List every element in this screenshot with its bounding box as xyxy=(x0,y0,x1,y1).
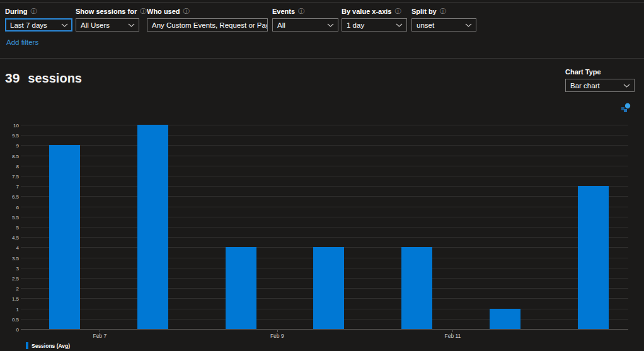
legend-swatch-icon xyxy=(26,342,28,349)
y-tick-label: 6 xyxy=(0,205,19,210)
chevron-down-icon xyxy=(396,23,403,27)
gridline xyxy=(21,196,628,197)
sessions-count: 39 xyxy=(5,71,20,86)
gridline xyxy=(21,207,628,207)
plot-area xyxy=(21,125,628,330)
dropdown-value: All Users xyxy=(81,21,110,29)
gridline xyxy=(21,237,628,238)
y-tick-label: 1 xyxy=(0,307,19,313)
gridline xyxy=(21,145,628,146)
chevron-down-icon xyxy=(61,23,68,27)
filter-label: By value x-axis xyxy=(342,8,392,15)
y-tick-label: 9.5 xyxy=(0,133,19,139)
x-tick-label: Feb 9 xyxy=(270,333,284,339)
by-value-x-axis-dropdown[interactable]: 1 day xyxy=(342,18,407,32)
events-dropdown[interactable]: All xyxy=(272,18,338,32)
chart-type-label: Chart Type xyxy=(565,68,601,76)
dropdown-value: Any Custom Events, Request or Page View xyxy=(152,21,268,29)
x-tick-label: Feb 7 xyxy=(93,333,106,339)
sessions-count-label: sessions xyxy=(28,71,82,86)
x-tick-label: Feb 11 xyxy=(444,333,461,339)
info-icon[interactable]: ⓘ xyxy=(140,8,146,14)
gridline xyxy=(21,125,628,125)
y-tick-label: 7.5 xyxy=(0,174,19,180)
x-tick xyxy=(100,330,100,332)
bar[interactable] xyxy=(401,247,432,329)
bar[interactable] xyxy=(226,247,256,329)
legend-label: Sessions (Avg) xyxy=(32,343,70,349)
show-sessions-for-dropdown[interactable]: All Users xyxy=(76,18,139,32)
chevron-down-icon xyxy=(327,23,334,27)
filter-during: During ⓘ Last 7 days xyxy=(5,8,72,32)
y-tick-label: 2 xyxy=(0,286,19,292)
y-tick-label: 7 xyxy=(0,184,19,190)
y-tick-label: 0.5 xyxy=(0,317,19,323)
top-divider xyxy=(0,2,644,3)
y-tick-label: 4.5 xyxy=(0,235,19,241)
bar[interactable] xyxy=(578,186,609,329)
info-icon[interactable]: ⓘ xyxy=(298,8,304,14)
filter-by-value-x-axis: By value x-axis ⓘ 1 day xyxy=(342,8,407,32)
bar[interactable] xyxy=(313,247,344,329)
filter-label: Events xyxy=(272,8,295,15)
chevron-down-icon xyxy=(623,84,630,88)
scatter-plot-icon[interactable] xyxy=(619,102,633,115)
info-icon[interactable]: ⓘ xyxy=(30,8,37,14)
info-icon[interactable]: ⓘ xyxy=(440,8,446,14)
x-tick xyxy=(452,330,453,332)
y-tick-label: 10 xyxy=(0,123,19,129)
who-used-dropdown[interactable]: Any Custom Events, Request or Page View xyxy=(147,18,268,32)
y-axis-labels: 00.511.522.533.544.555.566.577.588.599.5… xyxy=(0,125,19,330)
usage-sessions-page: During ⓘ Last 7 days Show sessions for ⓘ… xyxy=(0,0,644,351)
chart-legend: Sessions (Avg) xyxy=(26,342,70,349)
page-title: 39 sessions xyxy=(5,71,82,86)
y-tick-label: 9 xyxy=(0,143,19,149)
dropdown-value: 1 day xyxy=(347,21,364,29)
y-tick-label: 5.5 xyxy=(0,215,19,221)
gridline xyxy=(21,217,628,217)
filter-split-by: Split by ⓘ unset xyxy=(411,8,476,32)
dropdown-value: All xyxy=(277,21,285,29)
y-tick-label: 8.5 xyxy=(0,154,19,159)
y-tick-label: 0 xyxy=(0,327,19,333)
add-filters-link[interactable]: Add filters xyxy=(6,38,38,46)
gridline xyxy=(21,156,628,156)
y-tick-label: 6.5 xyxy=(0,194,19,200)
filter-show-sessions-for: Show sessions for ⓘ All Users xyxy=(76,8,146,32)
bar[interactable] xyxy=(49,145,80,329)
chevron-down-icon xyxy=(128,23,135,27)
gridline xyxy=(21,176,628,176)
dropdown-value: unset xyxy=(417,21,434,29)
info-icon[interactable]: ⓘ xyxy=(395,8,401,14)
filter-label: During xyxy=(5,8,27,15)
bar[interactable] xyxy=(490,309,520,329)
sessions-bar-chart: 00.511.522.533.544.555.566.577.588.599.5… xyxy=(0,120,644,340)
x-tick xyxy=(277,330,278,332)
filter-label: Split by xyxy=(411,8,437,15)
bar[interactable] xyxy=(137,125,168,329)
filter-label: Show sessions for xyxy=(76,8,137,15)
gridline xyxy=(21,166,628,166)
dropdown-value: Bar chart xyxy=(570,82,600,89)
filter-events: Events ⓘ All xyxy=(272,8,338,32)
y-tick-label: 2.5 xyxy=(0,276,19,282)
split-by-dropdown[interactable]: unset xyxy=(411,18,476,32)
y-tick-label: 1.5 xyxy=(0,296,19,302)
y-tick-label: 4 xyxy=(0,245,19,251)
chart-type-dropdown[interactable]: Bar chart xyxy=(565,79,635,92)
during-dropdown[interactable]: Last 7 days xyxy=(5,18,72,32)
chart-type-group: Chart Type Bar chart xyxy=(565,68,635,92)
filter-label: Who used xyxy=(147,8,180,15)
dropdown-value: Last 7 days xyxy=(10,21,47,29)
y-tick-label: 5 xyxy=(0,225,19,231)
y-tick-label: 8 xyxy=(0,164,19,170)
gridline xyxy=(21,135,628,135)
chevron-down-icon xyxy=(465,23,472,27)
filter-who-used: Who used ⓘ Any Custom Events, Request or… xyxy=(147,8,268,32)
gridline xyxy=(21,227,628,227)
info-icon[interactable]: ⓘ xyxy=(183,8,190,14)
gridline xyxy=(21,186,628,187)
y-tick-label: 3.5 xyxy=(0,256,19,262)
section-divider xyxy=(0,58,644,59)
y-tick-label: 3 xyxy=(0,266,19,272)
